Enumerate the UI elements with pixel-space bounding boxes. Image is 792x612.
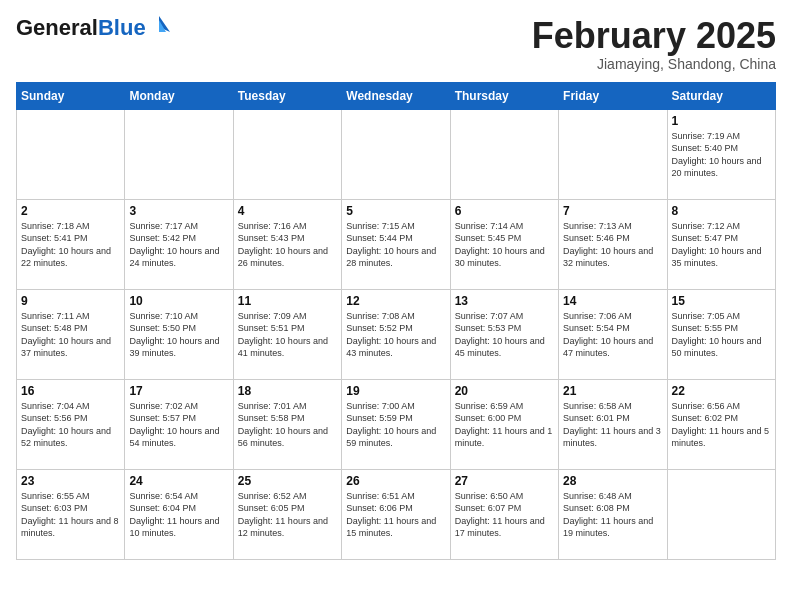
day-info: Sunrise: 7:09 AM Sunset: 5:51 PM Dayligh… — [238, 310, 337, 360]
day-info: Sunrise: 7:04 AM Sunset: 5:56 PM Dayligh… — [21, 400, 120, 450]
weekday-header-tuesday: Tuesday — [233, 82, 341, 109]
calendar-cell — [342, 109, 450, 199]
day-number: 20 — [455, 384, 554, 398]
day-number: 19 — [346, 384, 445, 398]
day-info: Sunrise: 7:05 AM Sunset: 5:55 PM Dayligh… — [672, 310, 771, 360]
calendar-cell: 13Sunrise: 7:07 AM Sunset: 5:53 PM Dayli… — [450, 289, 558, 379]
day-info: Sunrise: 7:14 AM Sunset: 5:45 PM Dayligh… — [455, 220, 554, 270]
calendar-cell: 24Sunrise: 6:54 AM Sunset: 6:04 PM Dayli… — [125, 469, 233, 559]
day-number: 11 — [238, 294, 337, 308]
calendar-cell: 9Sunrise: 7:11 AM Sunset: 5:48 PM Daylig… — [17, 289, 125, 379]
day-number: 23 — [21, 474, 120, 488]
calendar-cell: 21Sunrise: 6:58 AM Sunset: 6:01 PM Dayli… — [559, 379, 667, 469]
day-info: Sunrise: 6:56 AM Sunset: 6:02 PM Dayligh… — [672, 400, 771, 450]
day-info: Sunrise: 7:15 AM Sunset: 5:44 PM Dayligh… — [346, 220, 445, 270]
logo: GeneralBlue — [16, 16, 170, 40]
day-info: Sunrise: 7:16 AM Sunset: 5:43 PM Dayligh… — [238, 220, 337, 270]
calendar-cell — [17, 109, 125, 199]
day-info: Sunrise: 7:10 AM Sunset: 5:50 PM Dayligh… — [129, 310, 228, 360]
day-number: 26 — [346, 474, 445, 488]
day-number: 13 — [455, 294, 554, 308]
calendar-cell: 11Sunrise: 7:09 AM Sunset: 5:51 PM Dayli… — [233, 289, 341, 379]
day-number: 21 — [563, 384, 662, 398]
calendar-cell: 22Sunrise: 6:56 AM Sunset: 6:02 PM Dayli… — [667, 379, 775, 469]
weekday-header-saturday: Saturday — [667, 82, 775, 109]
week-row-5: 23Sunrise: 6:55 AM Sunset: 6:03 PM Dayli… — [17, 469, 776, 559]
day-info: Sunrise: 6:55 AM Sunset: 6:03 PM Dayligh… — [21, 490, 120, 540]
calendar-cell: 28Sunrise: 6:48 AM Sunset: 6:08 PM Dayli… — [559, 469, 667, 559]
day-info: Sunrise: 7:08 AM Sunset: 5:52 PM Dayligh… — [346, 310, 445, 360]
calendar-cell: 14Sunrise: 7:06 AM Sunset: 5:54 PM Dayli… — [559, 289, 667, 379]
calendar-cell — [125, 109, 233, 199]
day-info: Sunrise: 6:58 AM Sunset: 6:01 PM Dayligh… — [563, 400, 662, 450]
calendar-cell: 25Sunrise: 6:52 AM Sunset: 6:05 PM Dayli… — [233, 469, 341, 559]
day-info: Sunrise: 7:19 AM Sunset: 5:40 PM Dayligh… — [672, 130, 771, 180]
calendar-cell: 8Sunrise: 7:12 AM Sunset: 5:47 PM Daylig… — [667, 199, 775, 289]
calendar-cell: 26Sunrise: 6:51 AM Sunset: 6:06 PM Dayli… — [342, 469, 450, 559]
day-number: 17 — [129, 384, 228, 398]
day-info: Sunrise: 7:01 AM Sunset: 5:58 PM Dayligh… — [238, 400, 337, 450]
calendar-cell: 4Sunrise: 7:16 AM Sunset: 5:43 PM Daylig… — [233, 199, 341, 289]
calendar-cell: 20Sunrise: 6:59 AM Sunset: 6:00 PM Dayli… — [450, 379, 558, 469]
day-number: 9 — [21, 294, 120, 308]
calendar-cell: 18Sunrise: 7:01 AM Sunset: 5:58 PM Dayli… — [233, 379, 341, 469]
day-info: Sunrise: 6:54 AM Sunset: 6:04 PM Dayligh… — [129, 490, 228, 540]
day-number: 15 — [672, 294, 771, 308]
day-info: Sunrise: 7:06 AM Sunset: 5:54 PM Dayligh… — [563, 310, 662, 360]
calendar-cell: 6Sunrise: 7:14 AM Sunset: 5:45 PM Daylig… — [450, 199, 558, 289]
day-info: Sunrise: 6:51 AM Sunset: 6:06 PM Dayligh… — [346, 490, 445, 540]
title-block: February 2025 Jiamaying, Shandong, China — [532, 16, 776, 72]
calendar-cell: 16Sunrise: 7:04 AM Sunset: 5:56 PM Dayli… — [17, 379, 125, 469]
week-row-4: 16Sunrise: 7:04 AM Sunset: 5:56 PM Dayli… — [17, 379, 776, 469]
week-row-3: 9Sunrise: 7:11 AM Sunset: 5:48 PM Daylig… — [17, 289, 776, 379]
week-row-2: 2Sunrise: 7:18 AM Sunset: 5:41 PM Daylig… — [17, 199, 776, 289]
day-info: Sunrise: 7:00 AM Sunset: 5:59 PM Dayligh… — [346, 400, 445, 450]
day-number: 14 — [563, 294, 662, 308]
weekday-header-row: SundayMondayTuesdayWednesdayThursdayFrid… — [17, 82, 776, 109]
calendar-cell — [450, 109, 558, 199]
day-info: Sunrise: 7:12 AM Sunset: 5:47 PM Dayligh… — [672, 220, 771, 270]
day-number: 6 — [455, 204, 554, 218]
day-number: 10 — [129, 294, 228, 308]
day-info: Sunrise: 6:59 AM Sunset: 6:00 PM Dayligh… — [455, 400, 554, 450]
calendar-cell: 1Sunrise: 7:19 AM Sunset: 5:40 PM Daylig… — [667, 109, 775, 199]
day-info: Sunrise: 6:50 AM Sunset: 6:07 PM Dayligh… — [455, 490, 554, 540]
day-info: Sunrise: 6:52 AM Sunset: 6:05 PM Dayligh… — [238, 490, 337, 540]
day-number: 5 — [346, 204, 445, 218]
day-number: 25 — [238, 474, 337, 488]
day-number: 27 — [455, 474, 554, 488]
logo-text: GeneralBlue — [16, 16, 146, 40]
weekday-header-friday: Friday — [559, 82, 667, 109]
month-title: February 2025 — [532, 16, 776, 56]
calendar-cell: 5Sunrise: 7:15 AM Sunset: 5:44 PM Daylig… — [342, 199, 450, 289]
weekday-header-thursday: Thursday — [450, 82, 558, 109]
calendar-cell: 15Sunrise: 7:05 AM Sunset: 5:55 PM Dayli… — [667, 289, 775, 379]
day-info: Sunrise: 7:13 AM Sunset: 5:46 PM Dayligh… — [563, 220, 662, 270]
day-number: 4 — [238, 204, 337, 218]
logo-icon — [148, 15, 170, 33]
day-info: Sunrise: 7:07 AM Sunset: 5:53 PM Dayligh… — [455, 310, 554, 360]
day-info: Sunrise: 7:11 AM Sunset: 5:48 PM Dayligh… — [21, 310, 120, 360]
location-subtitle: Jiamaying, Shandong, China — [532, 56, 776, 72]
page-header: GeneralBlue February 2025 Jiamaying, Sha… — [16, 16, 776, 72]
calendar-table: SundayMondayTuesdayWednesdayThursdayFrid… — [16, 82, 776, 560]
day-number: 12 — [346, 294, 445, 308]
day-info: Sunrise: 7:17 AM Sunset: 5:42 PM Dayligh… — [129, 220, 228, 270]
day-number: 8 — [672, 204, 771, 218]
day-number: 16 — [21, 384, 120, 398]
calendar-cell: 3Sunrise: 7:17 AM Sunset: 5:42 PM Daylig… — [125, 199, 233, 289]
day-number: 2 — [21, 204, 120, 218]
weekday-header-sunday: Sunday — [17, 82, 125, 109]
calendar-cell: 23Sunrise: 6:55 AM Sunset: 6:03 PM Dayli… — [17, 469, 125, 559]
day-number: 3 — [129, 204, 228, 218]
day-number: 28 — [563, 474, 662, 488]
weekday-header-wednesday: Wednesday — [342, 82, 450, 109]
calendar-cell: 10Sunrise: 7:10 AM Sunset: 5:50 PM Dayli… — [125, 289, 233, 379]
day-info: Sunrise: 7:18 AM Sunset: 5:41 PM Dayligh… — [21, 220, 120, 270]
day-number: 24 — [129, 474, 228, 488]
day-number: 7 — [563, 204, 662, 218]
calendar-cell: 2Sunrise: 7:18 AM Sunset: 5:41 PM Daylig… — [17, 199, 125, 289]
calendar-cell — [233, 109, 341, 199]
calendar-cell — [559, 109, 667, 199]
calendar-cell: 7Sunrise: 7:13 AM Sunset: 5:46 PM Daylig… — [559, 199, 667, 289]
